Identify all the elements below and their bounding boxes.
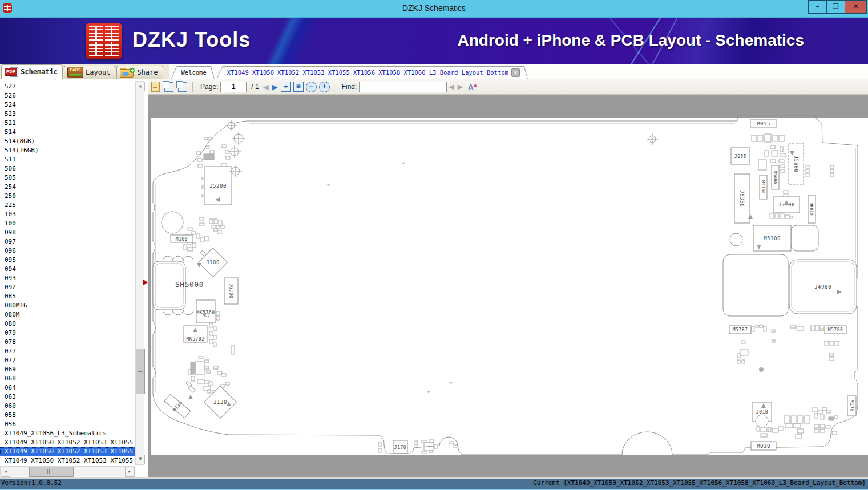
pcb-component-sh5000[interactable]: SH5000: [175, 280, 204, 289]
sidebar-item[interactable]: 095: [0, 256, 135, 265]
sidebar-item[interactable]: 506: [0, 164, 135, 173]
sidebar-item[interactable]: 103: [0, 210, 135, 219]
zoom-in-icon[interactable]: +: [319, 82, 330, 92]
pcb-drawing[interactable]: M055J055J5600M5600M5350J5350J5700M0019M5…: [148, 95, 868, 478]
sidebar-item[interactable]: 080M16: [0, 301, 135, 310]
sidebar-item[interactable]: 526: [0, 91, 135, 100]
sidebar-item[interactable]: 077: [0, 347, 135, 356]
scroll-down-icon[interactable]: ▼: [136, 455, 145, 464]
rotate-page-button[interactable]: [176, 81, 189, 92]
sidebar-item[interactable]: 060: [0, 402, 135, 411]
pcb-viewer-canvas[interactable]: M055J055J5600M5600M5350J5350J5700M0019M5…: [148, 95, 868, 478]
company-logo: [86, 23, 122, 59]
sidebar-item[interactable]: 097: [0, 237, 135, 246]
sidebar-item[interactable]: 527: [0, 82, 135, 91]
sidebar-item[interactable]: 079: [0, 329, 135, 338]
scroll-right-icon[interactable]: ►: [125, 467, 135, 477]
splitter-marker-icon[interactable]: [143, 280, 148, 285]
find-next-icon[interactable]: ▶: [458, 83, 463, 91]
prev-page-icon[interactable]: ◀: [263, 83, 269, 91]
sidebar-item[interactable]: 514(16GB): [0, 146, 135, 155]
sidebar-item[interactable]: 080M: [0, 310, 135, 319]
sidebar-item[interactable]: 524: [0, 100, 135, 110]
sidebar-item[interactable]: 063: [0, 392, 135, 402]
sidebar-item[interactable]: 511: [0, 155, 135, 164]
minimize-button[interactable]: –: [808, 0, 827, 14]
sidebar-item[interactable]: 225: [0, 201, 135, 210]
tab-bar: PDF Schematic PADS Layout + Share Welcom…: [0, 64, 868, 79]
vertical-scrollbar[interactable]: ▲ ▼: [135, 81, 144, 465]
sidebar-item[interactable]: 094: [0, 265, 135, 274]
sidebar-item[interactable]: 100: [0, 219, 135, 228]
pcb-component-m0019[interactable]: M0019: [808, 195, 815, 223]
pcb-component-j055[interactable]: J055: [731, 148, 750, 164]
pcb-component-m5350[interactable]: M5350: [760, 175, 767, 199]
page-total: / 1: [251, 83, 259, 91]
fit-width-icon[interactable]: ◂▸: [281, 82, 291, 92]
pcb-component-j6200[interactable]: J6200: [224, 278, 238, 304]
sidebar-item[interactable]: 069: [0, 365, 135, 374]
pcb-component-j170[interactable]: J170: [393, 440, 407, 453]
sidebar-item[interactable]: XT1049_XT1050_XT1052_XT1053_XT1055_XT1: [0, 456, 135, 465]
current-document-text: Current [XT1049_XT1050_XT1052_XT1053_XT1…: [533, 479, 866, 487]
find-prev-icon[interactable]: ◀: [449, 83, 454, 91]
sidebar-item[interactable]: 514(8GB): [0, 137, 135, 146]
tab-schematic[interactable]: PDF Schematic: [1, 64, 63, 79]
page-number-input[interactable]: [220, 82, 247, 92]
pcb-component-j5350[interactable]: J5350: [734, 174, 750, 223]
pcb-component-j4900[interactable]: J4900: [789, 260, 857, 314]
fit-page-icon[interactable]: ▣: [293, 82, 304, 92]
sidebar-item[interactable]: 056: [0, 420, 135, 429]
svg-text:M5788: M5788: [828, 327, 843, 333]
pcb-component-mk5760[interactable]: MK5760: [196, 300, 215, 323]
sidebar-item[interactable]: 092: [0, 283, 135, 292]
doc-tab-welcome[interactable]: Welcome: [171, 66, 215, 79]
tab-share[interactable]: + Share: [116, 66, 163, 79]
close-tab-icon[interactable]: x: [511, 68, 520, 77]
sidebar-item[interactable]: 072: [0, 356, 135, 365]
pcb-component-m5787[interactable]: M5787: [729, 326, 751, 334]
scroll-left-icon[interactable]: ◄: [1, 467, 10, 477]
font-size-icon[interactable]: Aa: [468, 82, 477, 92]
sidebar-item[interactable]: XT1049_XT1050_XT1052_XT1053_XT1055_XT1: [0, 447, 135, 456]
sidebar-item[interactable]: 080: [0, 319, 135, 329]
zoom-out-icon[interactable]: −: [306, 82, 317, 92]
sidebar-item[interactable]: 254: [0, 183, 135, 192]
next-page-icon[interactable]: ▶: [272, 83, 278, 91]
sidebar-item[interactable]: 096: [0, 246, 135, 256]
tab-layout[interactable]: PADS Layout: [64, 66, 115, 79]
horizontal-scrollbar[interactable]: ◄ ►: [0, 466, 135, 476]
pcb-component-m170[interactable]: M170: [847, 396, 856, 416]
pcb-component-m010[interactable]: M010: [751, 442, 776, 450]
sidebar-item[interactable]: 505: [0, 173, 135, 183]
sidebar-item[interactable]: 098: [0, 228, 135, 237]
hscroll-thumb[interactable]: [29, 467, 74, 477]
pcb-component-j5600[interactable]: J5600: [789, 143, 804, 185]
document-tabs: Welcome XT1049_XT1050_XT1052_XT1053_XT10…: [169, 64, 868, 79]
sidebar-item[interactable]: 064: [0, 383, 135, 392]
pcb-component-m5600[interactable]: M5600: [772, 165, 779, 189]
sidebar-item[interactable]: 523: [0, 110, 135, 119]
close-button[interactable]: ✕: [845, 0, 867, 14]
find-input[interactable]: [359, 82, 447, 92]
pcb-component-m100[interactable]: M100: [171, 235, 193, 242]
sidebar-item[interactable]: 514: [0, 128, 135, 137]
sidebar-item[interactable]: 078: [0, 338, 135, 347]
sidebar-item[interactable]: 250: [0, 192, 135, 201]
sidebar-item[interactable]: 093: [0, 274, 135, 283]
document-button[interactable]: [149, 81, 162, 92]
scroll-up-icon[interactable]: ▲: [136, 82, 145, 91]
doc-tab-board-layout[interactable]: XT1049_XT1050_XT1052_XT1053_XT1055_XT105…: [217, 66, 528, 79]
sidebar-item[interactable]: 068: [0, 374, 135, 383]
sidebar-item[interactable]: 085: [0, 292, 135, 301]
sidebar-item[interactable]: 521: [0, 119, 135, 128]
pcb-component-m5788[interactable]: M5788: [825, 326, 846, 334]
svg-text:M100: M100: [176, 237, 188, 242]
pcb-component-m055[interactable]: M055: [750, 120, 777, 127]
sidebar-item[interactable]: 058: [0, 411, 135, 420]
sidebar-item[interactable]: XT1049_XT1056_L3_Schematics: [0, 429, 135, 438]
copy-page-button[interactable]: [163, 81, 175, 92]
sidebar-item[interactable]: XT1049_XT1050_XT1052_XT1053_XT1055_XT1: [0, 438, 135, 447]
maximize-button[interactable]: ❐: [826, 0, 845, 14]
vscroll-thumb[interactable]: [136, 349, 145, 394]
